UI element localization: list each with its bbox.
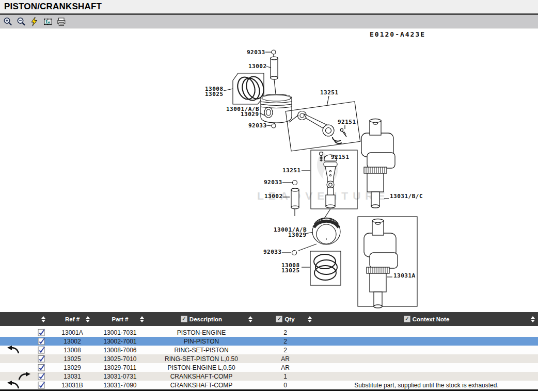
part-cell: 13008-7006 xyxy=(93,347,147,354)
ref-cell: 13031B xyxy=(52,382,93,389)
description-cell: PISTON-ENGINE L,0.50 xyxy=(147,364,256,371)
part-label-92033-3[interactable]: 92033 xyxy=(264,179,282,186)
table-row[interactable]: 13031B 13031-7090 CRANKSHAFT-COMP 0 Subs… xyxy=(0,381,538,389)
description-cell: CRANKSHAFT-COMP xyxy=(147,373,256,380)
description-cell: PIN-PISTON xyxy=(147,338,256,345)
notes-icon[interactable] xyxy=(37,381,46,391)
print-icon[interactable] xyxy=(56,16,67,27)
ref-cell: 13029 xyxy=(52,364,93,371)
parts-table: Ref # Part # ✓Description ✓Qty ✓Context … xyxy=(0,312,538,391)
ref-cell: 13025 xyxy=(52,355,93,363)
description-cell: RING-SET-PISTON xyxy=(147,347,256,354)
part-label-92033[interactable]: 92033 xyxy=(247,49,265,56)
part-label-92033-2[interactable]: 92033 xyxy=(248,122,267,129)
description-cell: CRANKSHAFT-COMP xyxy=(147,382,256,389)
qty-cell: AR xyxy=(256,355,315,363)
part-cell: 13029-7011 xyxy=(93,364,147,371)
part-label-13251[interactable]: 13251 xyxy=(320,89,339,96)
table-header: Ref # Part # ✓Description ✓Qty ✓Context … xyxy=(0,312,538,326)
title-bar: PISTON/CRANKSHAFT xyxy=(0,0,538,15)
part-label-92151-2[interactable]: 92151 xyxy=(331,154,350,160)
part-label-13002-2[interactable]: 13002 xyxy=(264,193,283,200)
header-note[interactable]: ✓Context Note xyxy=(315,312,538,326)
header-ref[interactable]: Ref # xyxy=(52,312,93,326)
ref-cell: 13008 xyxy=(52,347,93,354)
table-row[interactable]: 13025 13025-7010 RING-SET-PISTON L,0.50 … xyxy=(0,354,538,363)
sort-icon xyxy=(308,316,312,322)
part-cell: 13025-7010 xyxy=(93,355,147,363)
qty-cell: 1 xyxy=(256,373,315,380)
table-row[interactable]: 13029 13029-7011 PISTON-ENGINE L,0.50 AR xyxy=(0,363,538,372)
diagram-code: E0120-A423E xyxy=(370,30,425,38)
back-arrow-icon xyxy=(7,381,20,391)
ref-cell: 13031 xyxy=(52,373,93,380)
part-label-13025-2[interactable]: 13025 xyxy=(281,267,300,274)
part-label-92033-4[interactable]: 92033 xyxy=(263,249,282,255)
qty-cell: 2 xyxy=(256,347,315,354)
note-cell: Substitute part, supplied until the stoc… xyxy=(315,382,538,389)
part-cell: 13031-7090 xyxy=(93,382,147,389)
description-cell: PISTON-ENGINE xyxy=(147,329,256,336)
description-cell: RING-SET-PISTON L,0.50 xyxy=(147,355,256,363)
part-cell: 13002-7001 xyxy=(93,338,147,345)
image-tool-icon[interactable] xyxy=(42,16,54,27)
part-label-13031bc[interactable]: 13031/B/C xyxy=(390,193,423,200)
lightning-icon[interactable] xyxy=(29,16,40,27)
qty-cell: 2 xyxy=(256,338,315,345)
header-part[interactable]: Part # xyxy=(93,312,147,326)
part-label-13251-2[interactable]: 13251 xyxy=(282,167,301,174)
qty-cell: 2 xyxy=(256,329,315,336)
part-label-13031a[interactable]: 13031A xyxy=(393,272,416,279)
sort-icon xyxy=(41,316,45,322)
part-cell: 13001-7031 xyxy=(93,329,147,336)
table-row[interactable]: 13031 13031-0731 CRANKSHAFT-COMP 1 xyxy=(0,372,538,381)
description-checkbox[interactable]: ✓ xyxy=(181,316,187,322)
part-label-13025[interactable]: 13025 xyxy=(205,91,224,97)
header-description[interactable]: ✓Description xyxy=(147,312,256,326)
table-body: 13001A 13001-7031 PISTON-ENGINE 2 13002 … xyxy=(0,328,538,389)
header-qty[interactable]: ✓Qty xyxy=(256,312,315,326)
toolbar xyxy=(0,15,538,29)
table-row[interactable]: 13008 13008-7006 RING-SET-PISTON 2 xyxy=(0,346,538,354)
qty-cell: AR xyxy=(256,364,315,371)
part-cell: 13031-0731 xyxy=(93,373,147,380)
zoom-in-icon[interactable] xyxy=(2,16,13,27)
page-title: PISTON/CRANKSHAFT xyxy=(4,2,102,12)
table-row[interactable]: 13001A 13001-7031 PISTON-ENGINE 2 xyxy=(0,328,538,337)
part-label-92151[interactable]: 92151 xyxy=(338,119,356,125)
sort-icon xyxy=(531,316,535,322)
sort-icon xyxy=(140,316,144,322)
part-label-13029-2[interactable]: 13029 xyxy=(288,232,307,238)
note-checkbox[interactable]: ✓ xyxy=(404,316,410,322)
qty-cell: 0 xyxy=(256,382,315,389)
sort-icon xyxy=(248,316,252,322)
ref-cell: 13002 xyxy=(52,338,93,345)
table-row-selected[interactable]: 13002 13002-7001 PIN-PISTON 2 xyxy=(0,337,538,346)
header-icon-column[interactable] xyxy=(0,312,52,326)
ref-cell: 13001A xyxy=(52,329,93,336)
sort-icon xyxy=(86,316,90,322)
zoom-out-icon[interactable] xyxy=(15,16,27,27)
part-label-13029[interactable]: 13029 xyxy=(241,111,259,118)
part-label-13002[interactable]: 13002 xyxy=(248,63,267,70)
qty-checkbox[interactable]: ✓ xyxy=(276,316,282,322)
